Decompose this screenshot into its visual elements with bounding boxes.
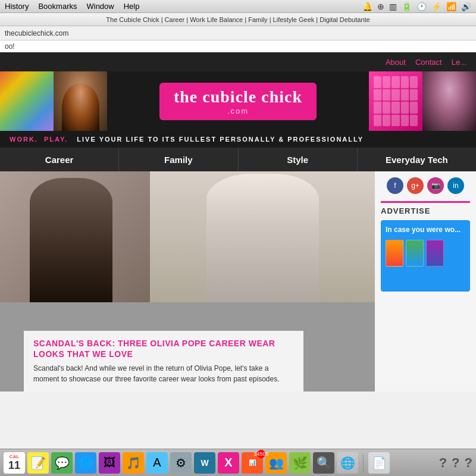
nav-everyday-tech[interactable]: Everyday Tech [358, 148, 476, 171]
site-logo-sub: .com [174, 107, 302, 115]
badge-icon[interactable]: 34508 📊 [242, 452, 263, 474]
hero-keyboard-image [369, 71, 422, 131]
settings-app-icon[interactable]: ⚙ [170, 452, 192, 474]
sidebar: f g+ 📷 in Advertise In case you were wo.… [375, 171, 476, 392]
taskbar-separator [363, 454, 364, 472]
product-3 [426, 240, 444, 267]
nav-more[interactable]: Le... [452, 58, 466, 67]
photos-app-icon[interactable]: 🖼 [99, 452, 120, 474]
notif-text: oo! [5, 42, 15, 51]
facebook-icon[interactable]: f [387, 177, 403, 194]
site-header: About Contact Le... [0, 52, 476, 71]
finder-icon[interactable]: 🔍 [313, 452, 334, 474]
wifi-icon: ▥ [389, 2, 397, 11]
app2-icon[interactable]: 🌿 [289, 452, 311, 474]
menu-window[interactable]: Window [86, 2, 114, 11]
bluetooth-icon: ⚡ [431, 2, 441, 11]
clock-icon: 🕐 [416, 2, 427, 11]
article-image [0, 171, 375, 302]
question-1[interactable]: ? [439, 455, 447, 471]
sidebar-advertisement[interactable]: In case you were wo... [381, 220, 470, 292]
product-1 [386, 240, 403, 267]
advertise-title: Advertise [381, 206, 470, 215]
product-2 [406, 240, 424, 267]
tagline-highlight: work. play. [10, 136, 74, 143]
appstore-app-icon[interactable]: A [146, 452, 168, 474]
file-icon[interactable]: 📄 [368, 452, 390, 474]
menubar-right: 🔔 ⊕ ▥ 🔋 🕐 ⚡ 📶 🔊 [362, 2, 471, 11]
ad-text: In case you were wo... [386, 225, 465, 235]
main-article: Scandal's Back: Three Olivia Pope Career… [0, 171, 375, 392]
article-figure-left [0, 171, 150, 302]
hero-person-right [422, 71, 476, 131]
social-icons: f g+ 📷 in [381, 177, 470, 194]
battery-icon: 🔋 [402, 2, 412, 11]
question-3[interactable]: ? [465, 455, 472, 471]
hero-banner: The Cubicle Chick .com [0, 71, 476, 131]
chrome-icon[interactable]: 🌐 [337, 452, 358, 474]
article-text-box: Scandal's Back: Three Olivia Pope Career… [24, 331, 303, 392]
nav-career[interactable]: Career [0, 148, 119, 171]
music-app-icon[interactable]: 🎵 [123, 452, 144, 474]
googleplus-icon[interactable]: g+ [407, 177, 424, 194]
tagline-text: work. play. live your life to its fulles… [10, 136, 364, 143]
hero-logo-box: The Cubicle Chick .com [159, 83, 317, 120]
ad-products [386, 240, 465, 267]
tagline-main: live your life to its fullest personally… [77, 136, 364, 143]
article-excerpt: Scandal's back! And while we revel in th… [33, 363, 294, 384]
volume-icon: 🔊 [461, 2, 471, 11]
nav-family[interactable]: Family [119, 148, 238, 171]
tagline-bar: work. play. live your life to its fulles… [0, 131, 476, 148]
hero-person-left [54, 71, 107, 131]
menu-help[interactable]: Help [124, 2, 140, 11]
sync-icon: ⊕ [377, 2, 384, 11]
nav-about[interactable]: About [386, 58, 406, 67]
nav-style[interactable]: Style [239, 148, 358, 171]
wp-icon[interactable]: W [194, 452, 215, 474]
site-logo-title: The Cubicle Chick [174, 87, 302, 107]
article-figure-right [150, 171, 375, 302]
hero-pencils-image [0, 71, 54, 131]
notes-app-icon[interactable]: 📝 [27, 452, 49, 474]
site-top-nav: About Contact Le... [386, 58, 466, 67]
tab-title: The Cubicle Chick | Career | Work Life B… [106, 16, 369, 23]
wifi2-icon: 📶 [446, 2, 456, 11]
messages-app-icon[interactable]: 💬 [51, 452, 73, 474]
taskbar: CAL 11 📝 💬 🌐 🖼 🎵 A ⚙ W X 34508 📊 👥 🌿 🔍 🌐… [0, 449, 476, 476]
notif-bar: oo! [0, 40, 476, 52]
linkedin-icon[interactable]: in [447, 177, 464, 194]
advertise-section: Advertise [381, 201, 470, 215]
notification-icon: 🔔 [362, 2, 372, 11]
main-nav: Career Family Style Everyday Tech [0, 148, 476, 171]
instagram-icon[interactable]: 📷 [427, 177, 444, 194]
nav-contact[interactable]: Contact [415, 58, 442, 67]
article-title: Scandal's Back: Three Olivia Pope Career… [33, 338, 294, 359]
browser-app-icon[interactable]: 🌐 [75, 452, 96, 474]
menu-history[interactable]: History [5, 2, 29, 11]
content-area: Scandal's Back: Three Olivia Pope Career… [0, 171, 476, 392]
x-icon[interactable]: X [218, 452, 239, 474]
address-bar: thecubiclechick.com [0, 26, 476, 40]
menubar: History Bookmarks Window Help 🔔 ⊕ ▥ 🔋 🕐 … [0, 0, 476, 13]
question-2[interactable]: ? [452, 455, 459, 471]
menu-bookmarks[interactable]: Bookmarks [38, 2, 77, 11]
tab-bar: The Cubicle Chick | Career | Work Life B… [0, 13, 476, 26]
hero-logo-center: The Cubicle Chick .com [107, 83, 369, 120]
taskbar-questions: ? ? ? [439, 455, 472, 471]
url-display[interactable]: thecubiclechick.com [5, 29, 68, 37]
calendar-app-icon[interactable]: CAL 11 [4, 452, 25, 474]
